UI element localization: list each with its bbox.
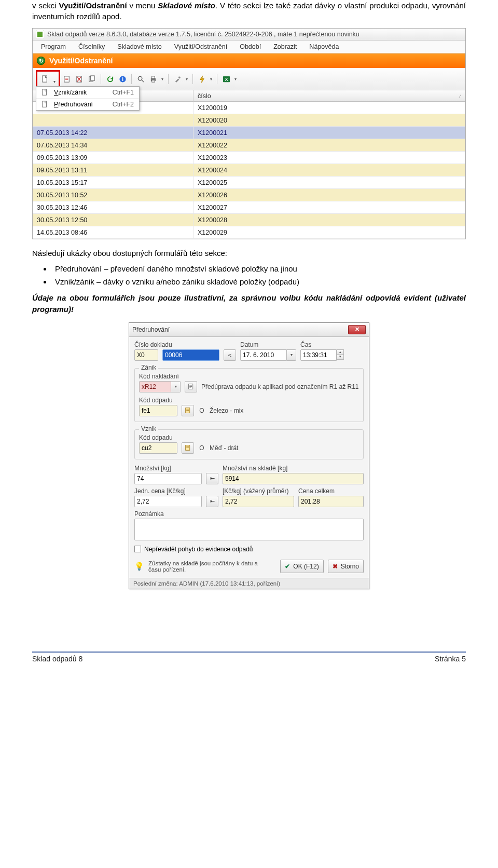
table-row-number[interactable]: X1200026 bbox=[193, 189, 465, 201]
window-title: Sklad odpadů verze 8.6.3.0, databáze ver… bbox=[47, 31, 359, 38]
table-row-date[interactable]: 30.05.2013 10:52 bbox=[33, 189, 193, 201]
menu-program[interactable]: Program bbox=[35, 42, 72, 52]
table-row-number[interactable]: X1200029 bbox=[193, 226, 465, 239]
table-row-date[interactable]: 30.05.2013 12:46 bbox=[33, 201, 193, 214]
doc-icon bbox=[39, 89, 50, 96]
print-dropdown-arrow[interactable]: ▾ bbox=[160, 77, 165, 82]
table-row-number[interactable]: X1200022 bbox=[193, 139, 465, 152]
svg-rect-6 bbox=[91, 75, 95, 80]
neprev-checkbox-row[interactable]: Nepřevádět pohyb do evidence odpadů bbox=[134, 546, 364, 553]
menu-obdobi[interactable]: Období bbox=[233, 42, 267, 52]
dropdown-item-predruhovani[interactable]: Předruhování Ctrl+F2 bbox=[36, 99, 139, 110]
bullet-item: Předruhování – převedení daného množství… bbox=[52, 263, 466, 275]
table-row-number[interactable]: X1200024 bbox=[193, 164, 465, 177]
table-row-date[interactable]: 14.05.2013 08:46 bbox=[33, 226, 193, 239]
cena-field: 201,28 bbox=[298, 496, 364, 507]
spinner-up-icon[interactable]: ▴ bbox=[337, 349, 344, 355]
menu-napoveda[interactable]: Nápověda bbox=[303, 42, 345, 52]
column-header-number[interactable]: číslo⁄ bbox=[193, 90, 465, 102]
separator bbox=[168, 74, 169, 84]
tools-dropdown-arrow[interactable]: ▾ bbox=[184, 77, 189, 82]
svg-rect-0 bbox=[42, 75, 46, 82]
excel-dropdown-arrow[interactable]: ▾ bbox=[233, 77, 238, 82]
zanik-kodnak-field[interactable]: xR12 bbox=[139, 381, 171, 392]
highlight-box: ▾ Vznik/zánik Ctrl+F1 Předruhování Ctrl+… bbox=[36, 70, 60, 88]
table-row-number[interactable]: X1200025 bbox=[193, 177, 465, 189]
table-row-date[interactable]: 07.05.2013 14:34 bbox=[33, 139, 193, 152]
info-icon[interactable]: i bbox=[117, 73, 128, 85]
table-row-date[interactable]: 09.05.2013 13:11 bbox=[33, 164, 193, 177]
storno-button[interactable]: ✖Storno bbox=[328, 560, 364, 573]
time-spinner[interactable]: ▴▾ bbox=[337, 349, 344, 361]
mnozstvi-field[interactable]: 74 bbox=[134, 473, 202, 484]
recycle-icon: ↻ bbox=[37, 57, 45, 65]
action-icon[interactable] bbox=[196, 73, 208, 85]
table-row-date[interactable]: 09.05.2013 13:09 bbox=[33, 152, 193, 164]
menu-vyuziti[interactable]: Využití/Odstranění bbox=[168, 42, 233, 52]
bullet-item: Vznik/zánik – dávky o vzniku a/nebo záni… bbox=[52, 276, 466, 288]
new-doc-dropdown-arrow[interactable]: ▾ bbox=[52, 79, 57, 84]
poznamka-field[interactable] bbox=[134, 519, 364, 540]
table-row-number[interactable]: X1200020 bbox=[193, 114, 465, 127]
cas-field[interactable]: 13:39:31 bbox=[300, 349, 337, 361]
table-row-number[interactable]: X1200019 bbox=[193, 102, 465, 114]
intro-bold1: Využití/Odstranění bbox=[59, 1, 127, 10]
label-datum: Datum bbox=[240, 341, 296, 348]
menu-ciselniky[interactable]: Číselníky bbox=[72, 42, 111, 52]
new-doc-icon[interactable] bbox=[39, 73, 50, 85]
copy-left-button[interactable]: ⇤ bbox=[206, 496, 218, 507]
svg-point-9 bbox=[138, 76, 142, 80]
lookup-button[interactable] bbox=[185, 381, 197, 392]
jedn-field[interactable]: 2,72 bbox=[134, 496, 202, 507]
check-icon: ✔ bbox=[285, 563, 290, 570]
tools-icon[interactable] bbox=[172, 73, 183, 85]
excel-icon[interactable]: X bbox=[220, 73, 232, 85]
table-row-number[interactable]: X1200021 bbox=[193, 127, 465, 139]
menu-zobrazit[interactable]: Zobrazit bbox=[267, 42, 303, 52]
copy-left-button[interactable]: ⇤ bbox=[206, 473, 218, 484]
lookup-button[interactable] bbox=[182, 405, 194, 416]
label-cena: Cena celkem bbox=[298, 487, 364, 495]
spinner-down-icon[interactable]: ▾ bbox=[337, 355, 344, 360]
ok-button[interactable]: ✔OK (F12) bbox=[280, 560, 323, 573]
intro-bolditalic: Skladové místo bbox=[158, 1, 215, 10]
delete-icon[interactable] bbox=[74, 73, 85, 85]
menu-skladove-misto[interactable]: Skladové místo bbox=[111, 42, 168, 52]
cislo-num-field[interactable]: 00006 bbox=[162, 349, 219, 361]
table-row-date[interactable] bbox=[33, 114, 193, 127]
print-icon[interactable] bbox=[147, 73, 159, 85]
prev-button[interactable]: < bbox=[224, 349, 236, 361]
new-doc-dropdown: Vznik/zánik Ctrl+F1 Předruhování Ctrl+F2 bbox=[36, 86, 140, 111]
checkbox-icon[interactable] bbox=[134, 546, 141, 552]
datum-field[interactable]: 17. 6. 2010 bbox=[240, 349, 287, 361]
dropdown-label: Vznik/zánik bbox=[54, 89, 87, 96]
action-dropdown-arrow[interactable]: ▾ bbox=[209, 77, 214, 82]
edit-icon[interactable] bbox=[61, 73, 73, 85]
copy-icon[interactable] bbox=[86, 73, 98, 85]
label-blank bbox=[162, 341, 219, 348]
zanik-kododp-field[interactable]: fe1 bbox=[139, 405, 177, 416]
table-row-number[interactable]: X1200028 bbox=[193, 214, 465, 226]
bulb-icon: 💡 bbox=[134, 562, 144, 571]
grid-col-date: 07.05.2013 14:2207.05.2013 14:3409.05.20… bbox=[33, 90, 193, 239]
close-button[interactable]: ✕ bbox=[348, 325, 366, 334]
mid-lead: Následují ukázky obou dostupných formulá… bbox=[32, 248, 466, 259]
table-row-number[interactable]: X1200027 bbox=[193, 201, 465, 214]
date-dropdown-icon[interactable]: ▾ bbox=[287, 349, 296, 361]
search-icon[interactable] bbox=[135, 73, 146, 85]
dropdown-icon[interactable]: ▾ bbox=[171, 381, 181, 392]
refresh-icon[interactable] bbox=[104, 73, 116, 85]
vznik-group: Vznik Kód odpadu cu2 O Měď - drát bbox=[134, 429, 364, 459]
zanik-kododp-o: O bbox=[198, 407, 205, 414]
mid-note: Údaje na obou formulářích jsou pouze ilu… bbox=[32, 292, 466, 315]
table-row-date[interactable]: 10.05.2013 15:17 bbox=[33, 177, 193, 189]
mid-section: Následují ukázky obou dostupných formulá… bbox=[32, 248, 466, 315]
table-row-number[interactable]: X1200023 bbox=[193, 152, 465, 164]
vznik-kododp-field[interactable]: cu2 bbox=[139, 442, 177, 454]
lookup-button[interactable] bbox=[182, 442, 194, 454]
dropdown-item-vznik[interactable]: Vznik/zánik Ctrl+F1 bbox=[36, 87, 139, 99]
table-row-date[interactable]: 30.05.2013 12:50 bbox=[33, 214, 193, 226]
hint-text: 💡 Zůstatky na skladě jsou počítány k dat… bbox=[134, 558, 262, 575]
doc-icon bbox=[39, 101, 50, 108]
table-row-date[interactable]: 07.05.2013 14:22 bbox=[33, 127, 193, 139]
